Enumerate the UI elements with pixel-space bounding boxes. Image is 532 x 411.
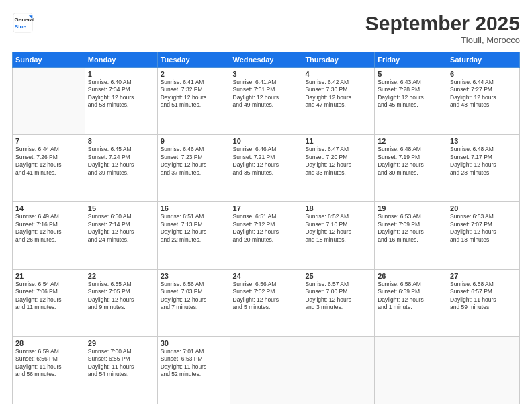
calendar-cell: 6Sunrise: 6:44 AM Sunset: 7:27 PM Daylig… bbox=[447, 68, 520, 135]
day-info: Sunrise: 6:51 AM Sunset: 7:13 PM Dayligh… bbox=[161, 213, 227, 244]
weekday-header-thursday: Thursday bbox=[302, 52, 375, 68]
day-number: 29 bbox=[88, 339, 154, 347]
day-number: 30 bbox=[161, 339, 227, 347]
day-info: Sunrise: 6:42 AM Sunset: 7:30 PM Dayligh… bbox=[305, 79, 371, 109]
day-number: 28 bbox=[15, 339, 82, 347]
calendar-cell bbox=[230, 336, 302, 404]
calendar-cell: 10Sunrise: 6:46 AM Sunset: 7:21 PM Dayli… bbox=[230, 135, 302, 202]
day-number: 9 bbox=[161, 137, 227, 145]
logo-icon: General Blue bbox=[12, 12, 34, 34]
calendar-cell bbox=[375, 336, 447, 404]
day-number: 11 bbox=[305, 137, 371, 145]
day-number: 3 bbox=[233, 70, 300, 78]
calendar-cell: 21Sunrise: 6:54 AM Sunset: 7:06 PM Dayli… bbox=[13, 269, 85, 336]
day-info: Sunrise: 6:46 AM Sunset: 7:23 PM Dayligh… bbox=[161, 146, 227, 177]
day-info: Sunrise: 7:00 AM Sunset: 6:55 PM Dayligh… bbox=[88, 348, 154, 379]
day-info: Sunrise: 6:47 AM Sunset: 7:20 PM Dayligh… bbox=[305, 146, 371, 177]
week-row-2: 7Sunrise: 6:44 AM Sunset: 7:26 PM Daylig… bbox=[13, 135, 520, 202]
calendar-cell: 15Sunrise: 6:50 AM Sunset: 7:14 PM Dayli… bbox=[85, 202, 157, 269]
calendar-cell: 22Sunrise: 6:55 AM Sunset: 7:05 PM Dayli… bbox=[85, 269, 157, 336]
calendar-cell bbox=[302, 336, 375, 404]
day-info: Sunrise: 6:43 AM Sunset: 7:28 PM Dayligh… bbox=[378, 79, 444, 109]
calendar-cell: 29Sunrise: 7:00 AM Sunset: 6:55 PM Dayli… bbox=[85, 336, 157, 404]
day-number: 16 bbox=[161, 204, 227, 212]
day-number: 4 bbox=[305, 70, 371, 78]
day-info: Sunrise: 6:41 AM Sunset: 7:32 PM Dayligh… bbox=[161, 79, 227, 109]
day-number: 23 bbox=[161, 272, 227, 280]
calendar-cell: 17Sunrise: 6:51 AM Sunset: 7:12 PM Dayli… bbox=[230, 202, 302, 269]
day-number: 18 bbox=[305, 204, 371, 212]
logo: General Blue bbox=[12, 12, 34, 34]
day-info: Sunrise: 6:46 AM Sunset: 7:21 PM Dayligh… bbox=[233, 146, 300, 177]
day-info: Sunrise: 6:56 AM Sunset: 7:02 PM Dayligh… bbox=[233, 281, 300, 312]
day-info: Sunrise: 6:44 AM Sunset: 7:26 PM Dayligh… bbox=[15, 146, 82, 177]
svg-text:Blue: Blue bbox=[15, 24, 27, 30]
day-number: 14 bbox=[15, 204, 82, 212]
day-info: Sunrise: 6:51 AM Sunset: 7:12 PM Dayligh… bbox=[233, 213, 300, 244]
day-number: 10 bbox=[233, 137, 300, 145]
day-number: 21 bbox=[15, 272, 82, 280]
calendar-cell: 5Sunrise: 6:43 AM Sunset: 7:28 PM Daylig… bbox=[375, 68, 447, 135]
day-number: 20 bbox=[450, 204, 517, 212]
calendar-cell: 26Sunrise: 6:58 AM Sunset: 6:59 PM Dayli… bbox=[375, 269, 447, 336]
calendar-cell bbox=[447, 336, 520, 404]
day-info: Sunrise: 6:54 AM Sunset: 7:06 PM Dayligh… bbox=[15, 281, 82, 312]
calendar-cell: 30Sunrise: 7:01 AM Sunset: 6:53 PM Dayli… bbox=[157, 336, 230, 404]
day-number: 13 bbox=[450, 137, 517, 145]
location: Tiouli, Morocco bbox=[365, 35, 520, 45]
weekday-header-saturday: Saturday bbox=[447, 52, 520, 68]
calendar-cell: 27Sunrise: 6:58 AM Sunset: 6:57 PM Dayli… bbox=[447, 269, 520, 336]
week-row-4: 21Sunrise: 6:54 AM Sunset: 7:06 PM Dayli… bbox=[13, 269, 520, 336]
week-row-3: 14Sunrise: 6:49 AM Sunset: 7:16 PM Dayli… bbox=[13, 202, 520, 269]
day-info: Sunrise: 6:50 AM Sunset: 7:14 PM Dayligh… bbox=[88, 213, 154, 244]
day-info: Sunrise: 6:45 AM Sunset: 7:24 PM Dayligh… bbox=[88, 146, 154, 177]
day-number: 24 bbox=[233, 272, 300, 280]
calendar-cell: 24Sunrise: 6:56 AM Sunset: 7:02 PM Dayli… bbox=[230, 269, 302, 336]
day-number: 7 bbox=[15, 137, 82, 145]
calendar-cell: 25Sunrise: 6:57 AM Sunset: 7:00 PM Dayli… bbox=[302, 269, 375, 336]
day-info: Sunrise: 6:49 AM Sunset: 7:16 PM Dayligh… bbox=[15, 213, 82, 244]
day-info: Sunrise: 6:44 AM Sunset: 7:27 PM Dayligh… bbox=[450, 79, 517, 109]
calendar-cell: 4Sunrise: 6:42 AM Sunset: 7:30 PM Daylig… bbox=[302, 68, 375, 135]
day-info: Sunrise: 6:41 AM Sunset: 7:31 PM Dayligh… bbox=[233, 79, 300, 109]
calendar-cell: 11Sunrise: 6:47 AM Sunset: 7:20 PM Dayli… bbox=[302, 135, 375, 202]
day-info: Sunrise: 6:58 AM Sunset: 6:57 PM Dayligh… bbox=[450, 281, 517, 312]
calendar-cell: 28Sunrise: 6:59 AM Sunset: 6:56 PM Dayli… bbox=[13, 336, 85, 404]
day-number: 27 bbox=[450, 272, 517, 280]
day-info: Sunrise: 6:48 AM Sunset: 7:19 PM Dayligh… bbox=[378, 146, 444, 177]
day-number: 8 bbox=[88, 137, 154, 145]
month-title: September 2025 bbox=[365, 12, 520, 35]
day-number: 19 bbox=[378, 204, 444, 212]
week-row-5: 28Sunrise: 6:59 AM Sunset: 6:56 PM Dayli… bbox=[13, 336, 520, 404]
weekday-header-monday: Monday bbox=[85, 52, 157, 68]
calendar-cell bbox=[13, 68, 85, 135]
day-number: 1 bbox=[88, 70, 154, 78]
calendar-cell: 19Sunrise: 6:53 AM Sunset: 7:09 PM Dayli… bbox=[375, 202, 447, 269]
day-info: Sunrise: 6:53 AM Sunset: 7:09 PM Dayligh… bbox=[378, 213, 444, 244]
calendar-cell: 3Sunrise: 6:41 AM Sunset: 7:31 PM Daylig… bbox=[230, 68, 302, 135]
calendar-cell: 9Sunrise: 6:46 AM Sunset: 7:23 PM Daylig… bbox=[157, 135, 230, 202]
calendar-cell: 12Sunrise: 6:48 AM Sunset: 7:19 PM Dayli… bbox=[375, 135, 447, 202]
calendar-cell: 13Sunrise: 6:48 AM Sunset: 7:17 PM Dayli… bbox=[447, 135, 520, 202]
page: General Blue September 2025 Tiouli, Moro… bbox=[0, 0, 532, 411]
day-info: Sunrise: 6:55 AM Sunset: 7:05 PM Dayligh… bbox=[88, 281, 154, 312]
weekday-header-row: SundayMondayTuesdayWednesdayThursdayFrid… bbox=[13, 52, 520, 68]
day-number: 17 bbox=[233, 204, 300, 212]
day-number: 15 bbox=[88, 204, 154, 212]
calendar-cell: 23Sunrise: 6:56 AM Sunset: 7:03 PM Dayli… bbox=[157, 269, 230, 336]
day-info: Sunrise: 6:58 AM Sunset: 6:59 PM Dayligh… bbox=[378, 281, 444, 312]
day-number: 26 bbox=[378, 272, 444, 280]
day-info: Sunrise: 6:52 AM Sunset: 7:10 PM Dayligh… bbox=[305, 213, 371, 244]
calendar-cell: 16Sunrise: 6:51 AM Sunset: 7:13 PM Dayli… bbox=[157, 202, 230, 269]
weekday-header-sunday: Sunday bbox=[13, 52, 85, 68]
day-number: 25 bbox=[305, 272, 371, 280]
day-info: Sunrise: 6:40 AM Sunset: 7:34 PM Dayligh… bbox=[88, 79, 154, 109]
title-block: September 2025 Tiouli, Morocco bbox=[365, 12, 520, 45]
header: General Blue September 2025 Tiouli, Moro… bbox=[12, 12, 520, 45]
day-number: 2 bbox=[161, 70, 227, 78]
day-number: 22 bbox=[88, 272, 154, 280]
day-info: Sunrise: 6:59 AM Sunset: 6:56 PM Dayligh… bbox=[15, 348, 82, 379]
day-info: Sunrise: 6:53 AM Sunset: 7:07 PM Dayligh… bbox=[450, 213, 517, 244]
calendar-cell: 18Sunrise: 6:52 AM Sunset: 7:10 PM Dayli… bbox=[302, 202, 375, 269]
calendar-cell: 7Sunrise: 6:44 AM Sunset: 7:26 PM Daylig… bbox=[13, 135, 85, 202]
